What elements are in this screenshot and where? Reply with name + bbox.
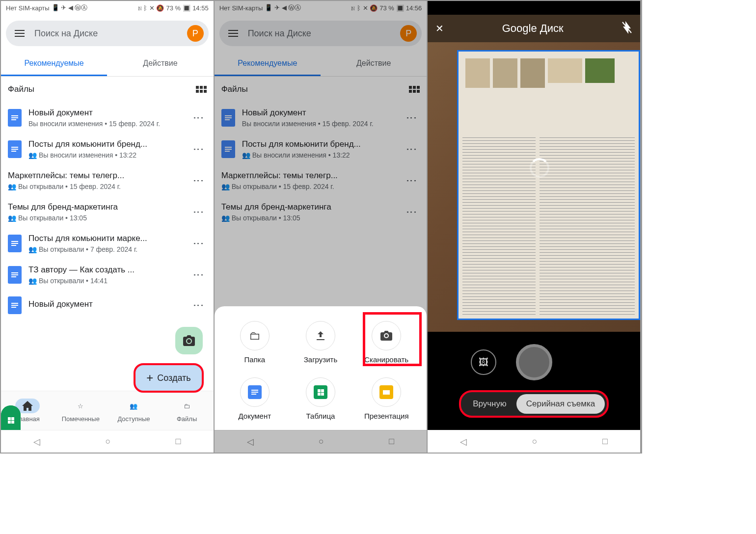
system-nav: ◁○□ [215,430,427,453]
file-meta: 👥Вы открывали • 15 февр. 2024 г. [8,183,183,190]
tab-activity[interactable]: Действие [321,52,427,76]
file-meta: 👥Вы открывали • 15 февр. 2024 г. [221,183,397,190]
file-meta: Вы вносили изменения • 15 февр. 2024 г. [242,120,397,128]
file-row[interactable]: Темы для бренд-маркетинга👥Вы открывали •… [1,196,214,228]
sheet-presentation[interactable]: Презентация [356,377,417,420]
phone-screen-3-scanner: ✕ Google Диск 🖼 Вручную Серийная съемка … [428,1,641,453]
sheet-table[interactable]: Таблица [290,377,351,420]
file-meta: Вы вносили изменения • 15 февр. 2024 г. [28,120,183,128]
file-title: Посты для комьюнити марке... [28,234,183,243]
highlight-scan [363,312,422,366]
more-icon[interactable]: ⋮ [190,300,207,311]
phone-screen-1: Нет SIM-карты 📱 ✈ ◀ ⓌⒶ ℕ ᛒ ✕ 🔕 73 % 🔳 14… [1,1,215,453]
mode-manual[interactable]: Вручную [463,394,516,414]
more-icon[interactable]: ⋮ [403,175,420,186]
more-icon[interactable]: ⋮ [190,144,207,155]
more-icon[interactable]: ⋮ [403,207,420,217]
tabs: Рекомендуемые Действие [1,52,214,77]
more-icon[interactable]: ⋮ [190,238,207,249]
document-frame [457,50,640,320]
file-row[interactable]: Новый документ⋮ [1,291,214,320]
mode-auto[interactable]: Серийная съемка [516,394,605,414]
tab-recommended[interactable]: Рекомендуемые [215,52,321,76]
file-title: Темы для бренд-маркетинга [221,202,397,212]
grid-view-icon[interactable] [196,86,207,93]
file-row[interactable]: ТЗ автору — Как создать ...👥Вы открывали… [1,259,214,291]
file-title: ТЗ автору — Как создать ... [28,265,183,275]
tab-recommended[interactable]: Рекомендуемые [1,52,107,76]
shutter-button[interactable] [516,344,552,380]
file-row[interactable]: Маркетплейсы: темы телегр...👥Вы открывал… [215,165,427,196]
flash-off-icon[interactable] [621,21,632,36]
tab-activity[interactable]: Действие [107,52,213,76]
file-meta: 👥Вы открывали • 7 февр. 2024 г. [28,245,183,253]
file-title: Новый документ [28,299,183,309]
file-title: Новый документ [242,108,397,118]
nav-shared[interactable]: 👥Доступные [107,391,160,430]
home-icon[interactable]: ○ [105,436,110,447]
doc-icon [8,296,22,314]
more-icon[interactable]: ⋮ [403,112,420,123]
more-icon[interactable]: ⋮ [190,112,207,123]
grid-view-icon[interactable] [409,86,420,93]
back-icon[interactable]: ◁ [33,436,40,447]
camera-controls: 🖼 Вручную Серийная съемка [428,332,640,430]
loading-spinner [530,158,549,178]
file-title: Темы для бренд-маркетинга [8,202,183,212]
file-row[interactable]: Новый документВы вносили изменения • 15 … [215,102,427,134]
gallery-button[interactable]: 🖼 [471,349,496,375]
search-placeholder: Поиск на Диске [34,28,181,39]
file-row[interactable]: Посты для комьюнити бренд...👥Вы вносили … [1,134,214,165]
doc-icon [221,140,235,158]
create-sheet: 🗀Папка Загрузить Сканировать Документ Та… [215,306,427,430]
file-meta: 👥Вы открывали • 13:05 [221,214,397,222]
more-icon[interactable]: ⋮ [190,269,207,280]
doc-icon [8,235,22,252]
search-bar[interactable]: Поиск на Диске P [219,21,422,46]
file-row[interactable]: Новый документВы вносили изменения • 15 … [1,102,214,134]
section-label: Файлы [8,84,34,94]
nav-files[interactable]: 🗀Файлы [161,391,214,430]
phone-screen-2: Нет SIM-карты 📱 ✈ ◀ ⓌⒶ ℕ ᛒ ✕ 🔕 73 % 🔳 14… [215,1,428,453]
sheet-folder[interactable]: 🗀Папка [224,321,285,364]
file-row[interactable]: Темы для бренд-маркетинга👥Вы открывали •… [215,196,427,228]
scanner-topbar: ✕ Google Диск [428,15,640,42]
file-meta: 👥Вы открывали • 13:05 [8,214,183,222]
file-title: Маркетплейсы: темы телегр... [8,171,183,181]
doc-icon [8,109,22,127]
file-row[interactable]: Посты для комьюнити бренд...👥Вы вносили … [215,134,427,165]
file-meta: 👥Вы вносили изменения • 13:22 [242,151,397,159]
more-icon[interactable]: ⋮ [190,207,207,217]
camera-viewfinder [428,42,640,332]
capture-mode-toggle[interactable]: Вручную Серийная съемка [459,390,609,418]
bottom-nav: Главная ☆Помеченные 👥Доступные 🗀Файлы [1,391,214,430]
menu-icon[interactable] [11,26,28,41]
doc-icon [221,109,235,127]
recent-icon[interactable]: □ [176,436,181,447]
fab-scan-button[interactable] [175,327,203,354]
sheet-upload[interactable]: Загрузить [290,321,351,364]
file-title: Посты для комьюнити бренд... [242,139,397,149]
file-meta: 👥Вы вносили изменения • 13:22 [28,151,183,159]
file-row[interactable]: Маркетплейсы: темы телегр...👥Вы открывал… [1,165,214,196]
nav-starred[interactable]: ☆Помеченные [54,391,107,430]
system-nav: ◁○□ [428,430,640,453]
avatar[interactable]: P [400,25,417,42]
doc-icon [8,266,22,284]
file-row[interactable]: Посты для комьюнити марке...👥Вы открывал… [1,228,214,259]
file-title: Новый документ [28,108,183,118]
close-icon[interactable]: ✕ [435,23,444,34]
file-title: Посты для комьюнити бренд... [28,139,183,149]
menu-icon[interactable] [224,26,242,41]
file-title: Маркетплейсы: темы телегр... [221,171,397,181]
search-bar[interactable]: Поиск на Диске P [6,21,209,46]
status-bar: Нет SIM-карты 📱 ✈ ◀ ⓌⒶ ℕ ᛒ ✕ 🔕 73 % 🔳 14… [215,1,427,15]
fab-create-button[interactable]: +Создать [134,363,203,393]
status-bar: Нет SIM-карты 📱 ✈ ◀ ⓌⒶ ℕ ᛒ ✕ 🔕 73 % 🔳 14… [1,1,214,15]
more-icon[interactable]: ⋮ [190,175,207,186]
more-icon[interactable]: ⋮ [403,144,420,155]
sheet-doc[interactable]: Документ [224,377,285,420]
file-meta: 👥Вы открывали • 14:41 [28,277,183,285]
doc-icon [8,140,22,158]
avatar[interactable]: P [187,25,204,42]
